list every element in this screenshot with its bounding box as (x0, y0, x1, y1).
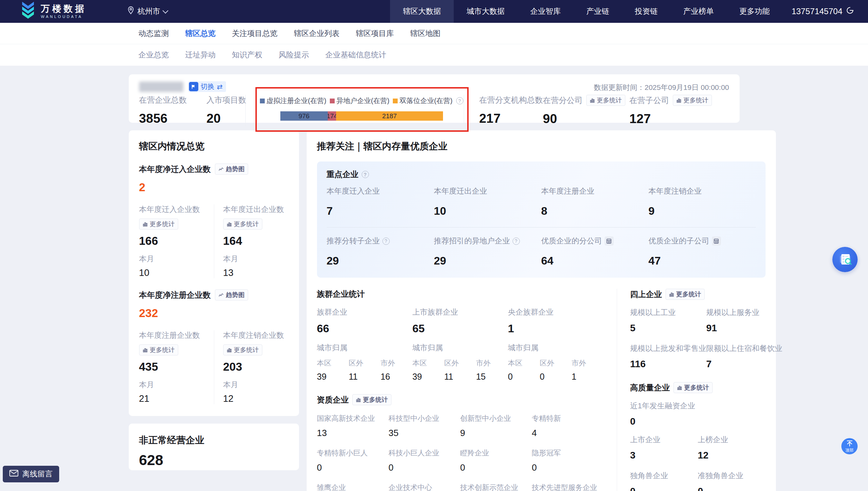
phone-number: 13757145704 (792, 7, 842, 16)
city-picker[interactable]: 杭州市 (127, 6, 168, 17)
summary-card: 切换 ⇄ 数据更新时间：2025年09月19日 00:00:00 在营企业总数 … (129, 74, 740, 123)
key-stat: 本年度迁出企业 10 (434, 186, 541, 217)
nav-item-more-functions[interactable]: 更多功能 (726, 0, 783, 23)
qualified-stat: 雏鹰企业2 (317, 483, 389, 491)
key-stat: 优质企业的子公司 47 (649, 236, 756, 267)
more-stats-button[interactable]: 更多统计 (139, 344, 178, 355)
high-quality-stat: 上榜企业12 (698, 435, 766, 461)
map-flag-icon (189, 82, 198, 91)
qualified-stat: 技术先进型服务企业0 (532, 483, 604, 491)
more-stats-button[interactable]: 更多统计 (666, 289, 705, 300)
legend-label: 虚拟注册企业(在营) (266, 96, 326, 105)
qualified-stat: 技术创新示范企业0 (460, 483, 532, 491)
legend-label: 双落位企业(在营) (399, 96, 452, 105)
bar-segment-dual[interactable]: 2187 (336, 111, 443, 121)
tab-enterprise-overview[interactable]: 企业总览 (138, 50, 169, 60)
brand[interactable]: 万楼数据 WANLOUDATA (20, 1, 87, 21)
deregister-cell: 本年度注销企业数 更多统计 203 本月 12 (214, 330, 289, 404)
net-register-value: 232 (139, 307, 289, 320)
help-icon[interactable]: ? (513, 238, 520, 245)
card-title: 辖区内情况总览 (139, 140, 289, 152)
qualified-stat: 隐形冠军0 (532, 448, 604, 473)
more-stats-button[interactable]: 更多统计 (223, 219, 262, 230)
four-above-stat: 规模以上服务业91 (706, 307, 783, 334)
tab-district-enterprise-list[interactable]: 辖区企业列表 (294, 28, 340, 39)
tab-district-map[interactable]: 辖区地图 (410, 28, 441, 39)
help-icon[interactable]: ? (362, 171, 369, 178)
high-quality-stat: 上市企业3 (630, 435, 698, 461)
bar-segment-remote[interactable]: 174 (328, 111, 336, 121)
tab-followed-projects[interactable]: 关注项目总览 (232, 28, 278, 39)
bar-segment-virtual[interactable]: 976 (280, 111, 328, 121)
tab-dynamic-monitoring[interactable]: 动态监测 (138, 28, 169, 39)
key-enterprises-panel: 重点企业 ? 本年度迁入企业 7 本年度迁出企业 10 本年度注册企业 8 (317, 161, 766, 278)
legend-swatch (260, 99, 265, 103)
trend-chart-button[interactable]: 趋势图 (215, 164, 248, 175)
qualified-stat: 专精特新4 (532, 414, 604, 438)
user-account[interactable]: 13757145704 (792, 6, 854, 17)
cluster-stats-section: 族群企业统计 族群企业 66 城市归属 本区39 区外11 市外16 (317, 289, 604, 382)
more-stats-button[interactable]: 更多统计 (673, 95, 712, 106)
table-view-icon[interactable] (712, 237, 721, 246)
stat-subsidiaries: 在营子公司 更多统计 127 (630, 95, 729, 126)
net-move-in-block: 本年度净迁入企业数 趋势图 2 (139, 164, 289, 194)
annotation-box (255, 87, 469, 132)
move-in-cell: 本年度迁入企业数 更多统计 166 本月 10 (139, 204, 214, 278)
logout-icon[interactable] (846, 6, 854, 17)
card-title: 非正常经营企业 (139, 434, 289, 446)
qualified-enterprises-section: 资质企业 更多统计 国家高新技术企业13 科技型中小企业35 创新型中小企业9 … (317, 394, 604, 491)
divider (245, 95, 246, 127)
qualified-stat: 科技小巨人企业0 (389, 448, 460, 473)
tab-risk-alerts[interactable]: 风险提示 (279, 50, 309, 60)
nav-item-industry-ranking[interactable]: 产业榜单 (670, 0, 726, 23)
tab-district-project-library[interactable]: 辖区项目库 (356, 28, 394, 39)
offline-message-button[interactable]: 离线留言 (3, 466, 59, 482)
switch-company-button[interactable]: 切换 ⇄ (188, 81, 226, 92)
chart-legend: 虚拟注册企业(在营) 异地户企业(在营) 双落位企业(在营) ? (280, 96, 443, 105)
key-stat: 本年度注销企业 9 (649, 186, 756, 217)
trend-chart-button[interactable]: 趋势图 (215, 289, 248, 300)
key-stat: 推荐分转子企业? 29 (327, 236, 434, 267)
brand-subtitle: WANLOUDATA (41, 15, 87, 19)
back-to-top-button[interactable]: 顶部 (841, 438, 858, 454)
more-stats-button[interactable]: 更多统计 (586, 95, 625, 106)
qualified-stat: 创新型中小企业9 (460, 414, 532, 438)
abnormal-enterprises-card: 非正常经营企业 628 (129, 424, 299, 470)
more-stats-button[interactable]: 更多统计 (673, 382, 713, 393)
nav-item-enterprise-thinktank[interactable]: 企业智库 (517, 0, 573, 23)
legend-label: 异地户企业(在营) (336, 96, 389, 105)
table-view-icon[interactable] (605, 237, 614, 246)
swap-arrows-icon: ⇄ (217, 83, 223, 91)
stat-total-enterprises: 在营企业总数 3856 (139, 95, 207, 126)
four-above-stat: 限额以上住宿和餐饮业7 (706, 343, 783, 370)
report-search-float-button[interactable] (832, 247, 858, 272)
brand-logo-icon (20, 1, 36, 21)
more-stats-button[interactable]: 更多统计 (352, 394, 391, 405)
company-name-redacted (139, 82, 183, 92)
key-stat: 推荐招引的异地户企业? 29 (434, 236, 541, 267)
key-enterprises-label: 重点企业 (327, 169, 359, 180)
abnormal-value: 628 (139, 452, 289, 469)
tab-district-overview[interactable]: 辖区总览 (185, 28, 216, 39)
nav-item-city-bigdata[interactable]: 城市大数据 (454, 0, 517, 23)
more-stats-button[interactable]: 更多统计 (223, 344, 262, 355)
nav-item-district-bigdata[interactable]: 辖区大数据 (390, 0, 454, 23)
tab-intellectual-property[interactable]: 知识产权 (232, 50, 262, 60)
qualified-stat: 企业技术中心3 (389, 483, 460, 491)
legend-swatch (393, 99, 398, 103)
more-stats-button[interactable]: 更多统计 (139, 219, 178, 230)
register-cell: 本年度注册企业数 更多统计 435 本月 21 (139, 330, 214, 404)
nav-item-investment-chain[interactable]: 投资链 (622, 0, 670, 23)
tab-enterprise-basic-info-stats[interactable]: 企业基础信息统计 (325, 50, 386, 60)
help-icon[interactable]: ? (456, 97, 463, 104)
net-register-block: 本年度净注册企业数 趋势图 232 (139, 289, 289, 320)
four-above-stat: 规模以上批发和零售业116 (630, 343, 706, 370)
qualified-stat: 科技型中小企业35 (389, 414, 460, 438)
tab-relocation-changes[interactable]: 迁址异动 (185, 50, 216, 60)
brand-title: 万楼数据 (41, 4, 87, 13)
nav-item-industry-chain[interactable]: 产业链 (573, 0, 622, 23)
qualified-stat: 瞪羚企业0 (460, 448, 532, 473)
net-move-in-value: 2 (139, 181, 289, 194)
legend-swatch (330, 99, 335, 103)
help-icon[interactable]: ? (382, 238, 390, 245)
